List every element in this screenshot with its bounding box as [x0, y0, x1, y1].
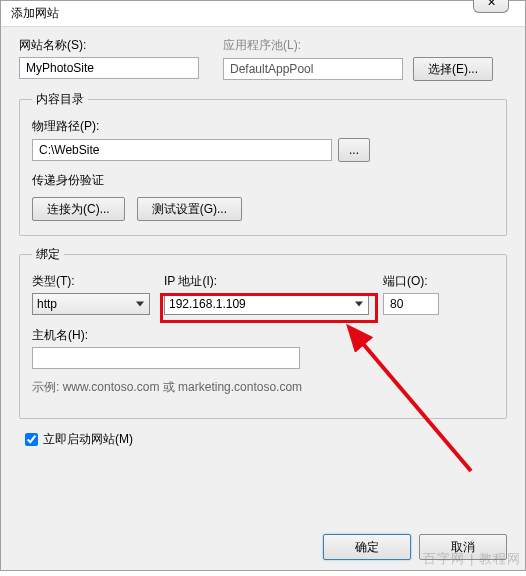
start-immediately-label: 立即启动网站(M)	[43, 431, 133, 448]
site-name-label: 网站名称(S):	[19, 37, 207, 54]
ok-button[interactable]: 确定	[323, 534, 411, 560]
passthrough-auth-label: 传递身份验证	[32, 172, 494, 189]
browse-path-button[interactable]: ...	[338, 138, 370, 162]
site-name-input[interactable]	[19, 57, 199, 79]
hostname-example: 示例: www.contoso.com 或 marketing.contoso.…	[32, 379, 494, 396]
select-apppool-button[interactable]: 选择(E)...	[413, 57, 493, 81]
annotation-highlight-box	[160, 293, 378, 323]
binding-group: 绑定 类型(T): IP 地址(I): 端口	[19, 246, 507, 419]
content-directory-legend: 内容目录	[32, 91, 88, 108]
dialog-title: 添加网站	[1, 1, 525, 27]
physical-path-input[interactable]	[32, 139, 332, 161]
physical-path-label: 物理路径(P):	[32, 118, 494, 135]
binding-legend: 绑定	[32, 246, 64, 263]
apppool-label: 应用程序池(L):	[223, 37, 507, 54]
content-directory-group: 内容目录 物理路径(P): ... 传递身份验证 连接为(C)... 测试设置(…	[19, 91, 507, 236]
binding-type-select[interactable]	[32, 293, 150, 315]
apppool-input	[223, 58, 403, 80]
add-website-dialog: ✕ 添加网站 网站名称(S): 应用程序池(L): 选择(E)... 内容目录 …	[0, 0, 526, 571]
hostname-input[interactable]	[32, 347, 300, 369]
binding-type-label: 类型(T):	[32, 273, 150, 290]
close-button[interactable]: ✕	[473, 0, 509, 13]
binding-ip-label: IP 地址(I):	[164, 273, 369, 290]
connect-as-button[interactable]: 连接为(C)...	[32, 197, 125, 221]
close-icon: ✕	[487, 0, 496, 8]
binding-port-label: 端口(O):	[383, 273, 439, 290]
start-immediately-checkbox[interactable]	[25, 433, 38, 446]
test-settings-button[interactable]: 测试设置(G)...	[137, 197, 242, 221]
cancel-button[interactable]: 取消	[419, 534, 507, 560]
hostname-label: 主机名(H):	[32, 327, 494, 344]
binding-port-input[interactable]	[383, 293, 439, 315]
